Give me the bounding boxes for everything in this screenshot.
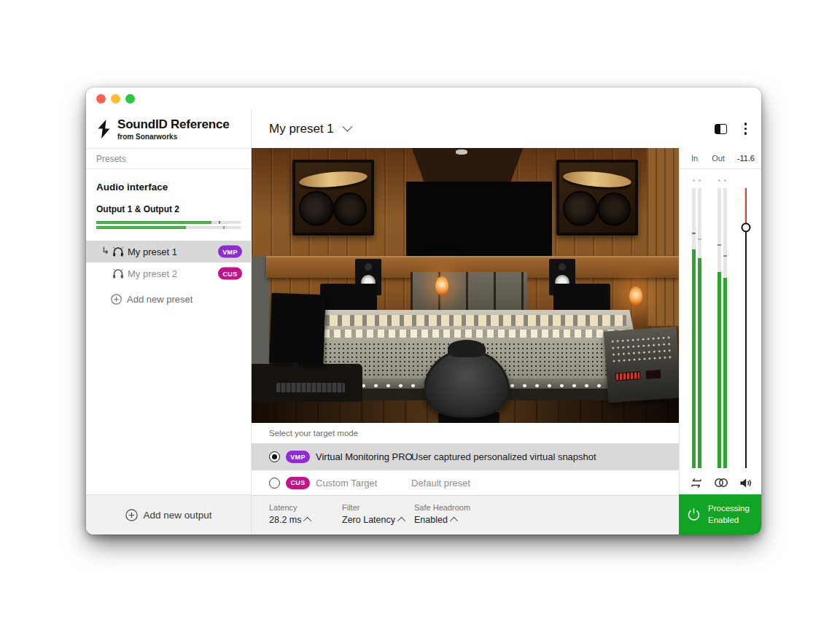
preset-row-my-preset-2[interactable]: My preset 2 CUS bbox=[86, 262, 251, 284]
presets-section-label: Presets bbox=[86, 148, 251, 169]
soundid-reference-window: SoundID Reference from Sonarworks Preset… bbox=[86, 88, 761, 534]
preset-list: ↳ My preset 1 VMP bbox=[86, 241, 251, 309]
clip-indicator bbox=[693, 179, 695, 182]
plus-circle-icon bbox=[111, 294, 122, 305]
target-mode-option-vmp[interactable]: VMP Virtual Monitoring PRO User captured… bbox=[252, 443, 679, 470]
headphones-icon bbox=[112, 246, 124, 257]
vmp-badge: VMP bbox=[218, 246, 242, 258]
option-name: Custom Target bbox=[316, 478, 377, 489]
chevron-down-icon[interactable] bbox=[342, 121, 352, 131]
safe-headroom-dropdown[interactable]: Enabled bbox=[414, 515, 487, 525]
meter-in-left bbox=[692, 188, 696, 468]
preset-row-my-preset-1[interactable]: ↳ My preset 1 VMP bbox=[86, 241, 251, 262]
processing-line2: Enabled bbox=[708, 515, 750, 526]
salt-lamp-center bbox=[435, 276, 448, 295]
add-preset-label: Add new preset bbox=[127, 294, 192, 305]
chevron-up-icon bbox=[450, 517, 458, 525]
computer-monitor bbox=[269, 293, 325, 365]
brand-header: SoundID Reference from Sonarworks bbox=[86, 109, 251, 148]
in-label: In bbox=[691, 154, 698, 163]
minimize-window-button[interactable] bbox=[111, 94, 120, 104]
chevron-up-icon bbox=[303, 517, 311, 525]
plus-circle-icon bbox=[125, 509, 138, 521]
radio-unselected[interactable] bbox=[269, 478, 280, 489]
clip-indicator bbox=[699, 179, 701, 182]
latency-control: Latency 28.2 ms bbox=[269, 503, 342, 534]
wood-column bbox=[647, 148, 679, 326]
radio-selected[interactable] bbox=[269, 451, 280, 462]
preset-label: My preset 1 bbox=[128, 246, 177, 257]
close-window-button[interactable] bbox=[96, 94, 106, 104]
window-actions bbox=[679, 109, 761, 148]
option-name: Virtual Monitoring PRO bbox=[316, 451, 413, 462]
meter-footer-icons bbox=[680, 474, 761, 494]
latency-label: Latency bbox=[269, 503, 342, 512]
app-title: SoundID Reference bbox=[117, 117, 229, 132]
meter-out-right bbox=[723, 188, 727, 468]
preset-label: My preset 2 bbox=[128, 268, 177, 279]
latency-dropdown[interactable]: 28.2 ms bbox=[269, 515, 342, 525]
option-description: Default preset bbox=[411, 478, 470, 489]
ceiling-light bbox=[456, 149, 467, 155]
level-meters bbox=[680, 169, 761, 474]
stereo-mono-icon[interactable] bbox=[714, 478, 728, 488]
clip-indicator bbox=[724, 179, 726, 182]
volume-slider-knob[interactable] bbox=[741, 222, 750, 232]
main-header: My preset 1 bbox=[252, 109, 679, 148]
filter-dropdown[interactable]: Zero Latency bbox=[342, 515, 414, 525]
power-icon bbox=[687, 508, 701, 521]
out-label: Out bbox=[712, 154, 725, 163]
desktop-background: SoundID Reference from Sonarworks Preset… bbox=[0, 0, 840, 630]
main-panel: My preset 1 bbox=[252, 109, 679, 534]
filter-label: Filter bbox=[342, 503, 414, 512]
outboard-rack bbox=[604, 327, 679, 403]
current-preset-title[interactable]: My preset 1 bbox=[269, 122, 334, 136]
meter-panel: In Out -11.6 bbox=[679, 109, 761, 534]
clip-indicator bbox=[718, 179, 720, 182]
keyboard bbox=[276, 383, 345, 392]
option-description: User captured personalized virtual snaps… bbox=[411, 451, 596, 462]
sidebar: SoundID Reference from Sonarworks Preset… bbox=[86, 109, 252, 534]
cus-badge: CUS bbox=[218, 268, 242, 280]
add-new-output-button[interactable]: Add new output bbox=[86, 494, 251, 534]
zoom-window-button[interactable] bbox=[125, 94, 135, 104]
add-output-label: Add new output bbox=[144, 510, 212, 521]
cus-badge: CUS bbox=[286, 477, 310, 489]
chevron-up-icon bbox=[397, 517, 405, 525]
audio-interface-label: Audio interface bbox=[86, 169, 251, 192]
meter-header: In Out -11.6 bbox=[680, 148, 761, 169]
studio-photo bbox=[252, 148, 679, 423]
sidebar-spacer bbox=[86, 309, 251, 494]
filter-control: Filter Zero Latency bbox=[342, 503, 414, 534]
panel-toggle-icon[interactable] bbox=[715, 124, 727, 134]
output-level-meters bbox=[86, 214, 251, 231]
processing-line1: Processing bbox=[708, 503, 750, 515]
target-mode-option-custom[interactable]: CUS Custom Target Default preset bbox=[252, 470, 679, 495]
app-tagline: from Sonarworks bbox=[117, 133, 229, 141]
output-gain-value: -11.6 bbox=[737, 154, 755, 163]
add-new-preset-button[interactable]: Add new preset bbox=[86, 289, 251, 309]
swap-arrows-icon[interactable] bbox=[690, 478, 703, 489]
output-channels-label: Output 1 & Output 2 bbox=[86, 192, 251, 214]
meter-in-right bbox=[698, 188, 701, 468]
main-speaker-right bbox=[556, 160, 638, 236]
output-meter-left bbox=[96, 221, 241, 224]
safe-headroom-label: Safe Headroom bbox=[414, 503, 487, 512]
safe-headroom-control: Safe Headroom Enabled bbox=[414, 503, 487, 534]
vmp-badge: VMP bbox=[286, 451, 310, 463]
salt-lamp-right bbox=[629, 287, 642, 306]
processing-toggle-button[interactable]: Processing Enabled bbox=[679, 494, 761, 534]
status-bar: Latency 28.2 ms Filter Zero Latency Safe… bbox=[252, 495, 679, 534]
output-volume-slider[interactable] bbox=[740, 188, 751, 468]
soundid-bolt-icon bbox=[96, 120, 112, 139]
title-bar bbox=[86, 88, 761, 109]
active-route-arrow-icon: ↳ bbox=[101, 245, 109, 256]
volume-speaker-icon[interactable] bbox=[739, 478, 752, 489]
meter-out-left bbox=[718, 188, 721, 468]
output-meter-right bbox=[96, 226, 241, 229]
target-mode-section-label: Select your target mode bbox=[252, 423, 679, 443]
kebab-menu-icon[interactable] bbox=[744, 122, 747, 135]
main-speaker-left bbox=[292, 160, 374, 236]
headphones-icon bbox=[112, 268, 124, 279]
